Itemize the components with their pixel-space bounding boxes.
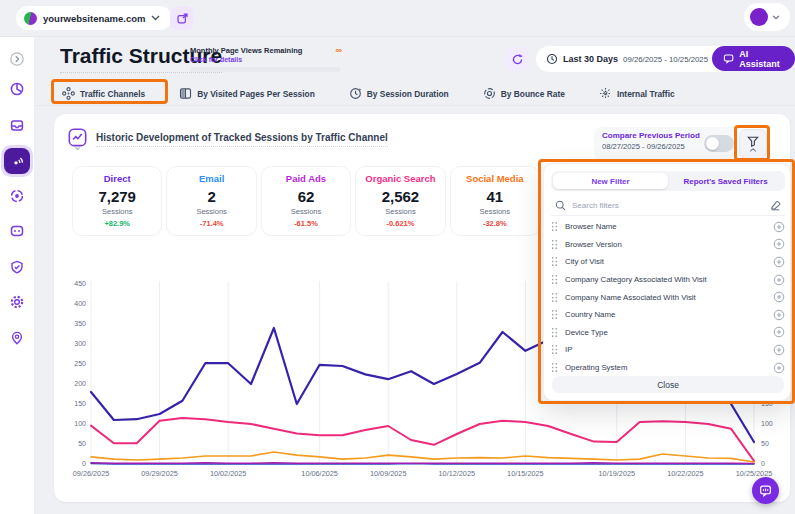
sidebar-item-settings[interactable] — [5, 290, 29, 314]
stat-unit: Sessions — [453, 207, 537, 216]
filter-close-button[interactable]: Close — [552, 376, 784, 393]
filter-option-row[interactable]: Operating System — [551, 359, 785, 377]
circle-plus-icon[interactable] — [773, 238, 785, 250]
axis-tick-label: 400 — [58, 300, 86, 307]
sidebar-item-inbox[interactable] — [5, 113, 29, 137]
filter-option-label: Country Name — [565, 310, 766, 319]
tab-new-filter[interactable]: New Filter — [553, 173, 668, 189]
date-range-picker[interactable]: Last 30 Days 09/26/2025 - 10/25/2025 — [536, 46, 730, 72]
axis-tick-label: 09/26/2025 — [67, 469, 115, 478]
sidebar-item-target[interactable] — [5, 184, 29, 208]
filter-option-label: Browser Name — [565, 222, 766, 231]
drag-handle-icon[interactable] — [551, 327, 558, 338]
circle-plus-icon[interactable] — [773, 362, 785, 374]
tab-label: By Bounce Rate — [501, 89, 565, 99]
stat-card-social-media[interactable]: Social Media 41 Sessions -32.8% — [450, 166, 540, 236]
circle-plus-icon[interactable] — [773, 274, 785, 286]
filter-button[interactable] — [739, 129, 767, 159]
quota-progress-bar — [190, 67, 340, 72]
tab-label: Traffic Channels — [80, 89, 145, 99]
axis-tick-label: 450 — [58, 280, 86, 287]
drag-handle-icon[interactable] — [551, 256, 558, 267]
filter-option-label: Device Type — [565, 328, 766, 337]
stat-card-paid-ads[interactable]: Paid Ads 62 Sessions -61.5% — [261, 166, 351, 236]
sidebar-item-traffic-active[interactable] — [1, 145, 33, 177]
filter-search-input[interactable] — [572, 201, 763, 210]
drag-handle-icon[interactable] — [551, 239, 558, 250]
stat-label: Organic Search — [358, 173, 442, 184]
filter-search-row — [551, 195, 785, 216]
series-social-media — [91, 452, 754, 462]
compare-label: Compare Previous Period — [602, 131, 700, 140]
filter-option-label: Company Name Associated With Visit — [565, 293, 766, 302]
drag-handle-icon[interactable] — [551, 292, 558, 303]
bounce-target-icon — [483, 87, 496, 100]
stat-change: -71.4% — [169, 219, 253, 228]
stat-card-organic-search[interactable]: Organic Search 2,562 Sessions -0.621% — [355, 166, 445, 236]
tab-traffic-channels[interactable]: Traffic Channels — [58, 82, 149, 105]
filter-option-row[interactable]: Device Type — [551, 324, 785, 342]
axis-tick-label: 10/25/2025 — [730, 469, 778, 478]
website-selector[interactable]: yourwebsitename.com — [16, 6, 172, 30]
series-paid-ads — [91, 463, 754, 464]
sidebar-item-visitor-location[interactable] — [5, 326, 29, 350]
website-name: yourwebsitename.com — [43, 13, 145, 24]
filter-option-row[interactable]: Browser Name — [551, 218, 785, 236]
filter-option-row[interactable]: City of Visit — [551, 253, 785, 271]
circle-plus-icon[interactable] — [773, 256, 785, 268]
axis-tick-label: 10/19/2025 — [593, 469, 641, 478]
tab-internal-traffic[interactable]: Internal Traffic — [595, 82, 679, 105]
stat-unit: Sessions — [75, 207, 159, 216]
sidebar-collapse-button[interactable] — [5, 47, 29, 71]
chevron-down-icon — [772, 15, 780, 20]
support-chat-button[interactable] — [752, 477, 779, 504]
location-pin-icon — [9, 330, 25, 346]
stat-value: 7,279 — [75, 188, 159, 205]
drag-handle-icon[interactable] — [551, 309, 558, 320]
eraser-icon[interactable] — [769, 199, 781, 211]
filter-option-row[interactable]: Company Name Associated With Visit — [551, 288, 785, 306]
target-icon — [9, 188, 25, 204]
filter-option-row[interactable]: Country Name — [551, 306, 785, 324]
quota-details-link[interactable]: Click for details — [190, 56, 342, 63]
account-menu[interactable] — [744, 3, 790, 31]
tab-session-duration[interactable]: By Session Duration — [345, 82, 453, 105]
stat-card-direct[interactable]: Direct 7,279 Sessions +82.9% — [72, 166, 162, 236]
drag-handle-icon[interactable] — [551, 344, 558, 355]
inbox-icon — [9, 117, 25, 133]
channels-icon — [62, 87, 75, 100]
tabs-divider — [36, 105, 795, 106]
axis-tick-label: 50 — [761, 440, 769, 447]
chatbot-icon — [9, 223, 25, 239]
sidebar-item-analytics[interactable] — [5, 77, 29, 101]
tab-bounce-rate[interactable]: By Bounce Rate — [479, 82, 569, 105]
filter-option-label: Company Category Associated With Visit — [565, 275, 766, 284]
sidebar-item-security[interactable] — [5, 255, 29, 279]
open-website-button[interactable] — [170, 6, 194, 30]
stat-card-email[interactable]: Email 2 Sessions -71.4% — [166, 166, 256, 236]
axis-tick-label: 10/06/2025 — [296, 469, 344, 478]
drag-handle-icon[interactable] — [551, 362, 558, 373]
circle-plus-icon[interactable] — [773, 344, 785, 356]
circle-plus-icon[interactable] — [773, 326, 785, 338]
filter-option-row[interactable]: IP — [551, 341, 785, 359]
filter-option-label: City of Visit — [565, 257, 766, 266]
ai-assistant-button[interactable]: AI Assistant — [712, 46, 795, 71]
filter-option-row[interactable]: Company Category Associated With Visit — [551, 271, 785, 289]
drag-handle-icon[interactable] — [551, 221, 558, 232]
compare-toggle[interactable] — [704, 135, 734, 152]
circle-plus-icon[interactable] — [773, 291, 785, 303]
filter-option-row[interactable]: Browser Version — [551, 236, 785, 254]
circle-plus-icon[interactable] — [773, 309, 785, 321]
circle-plus-icon[interactable] — [773, 221, 785, 233]
infinity-icon: ∞ — [336, 45, 342, 55]
refresh-button[interactable] — [505, 47, 529, 71]
sidebar-item-chat[interactable] — [5, 219, 29, 243]
axis-tick-label: 10/12/2025 — [433, 469, 481, 478]
tab-saved-filters[interactable]: Report's Saved Filters — [668, 173, 783, 189]
chevron-up-icon — [749, 148, 757, 152]
tab-visited-pages-per-session[interactable]: By Visited Pages Per Session — [175, 82, 319, 105]
stat-change: -32.8% — [453, 219, 537, 228]
drag-handle-icon[interactable] — [551, 274, 558, 285]
axis-tick-label: 09/29/2025 — [136, 469, 184, 478]
